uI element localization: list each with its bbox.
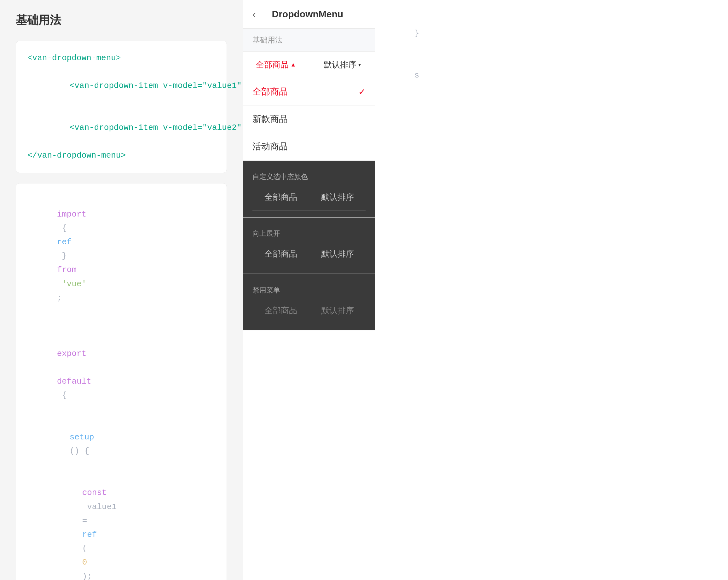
dark-dropdown-item-sort-3: 默认排序 — [309, 298, 366, 324]
dark-item-sort-label-2: 默认排序 — [321, 248, 354, 259]
dropdown-tab-default-sort-label: 默认排序 — [324, 59, 357, 70]
far-right-line-1: } — [385, 12, 719, 54]
dark-section-upward-label: 向上展开 — [253, 224, 366, 241]
list-item-activity-goods[interactable]: 活动商品 — [243, 133, 375, 160]
list-item-new-goods[interactable]: 新款商品 — [243, 106, 375, 133]
dark-dropdown-bar-upward: 全部商品 默认排序 — [253, 241, 366, 267]
left-panel: 基础用法 <van-dropdown-menu> <van-dropdown-i… — [0, 0, 243, 580]
list-item-all-goods-label: 全部商品 — [253, 86, 288, 98]
dark-section-custom-color: 自定义选中态颜色 全部商品 默认排序 — [243, 161, 375, 217]
dropdown-tab-all-goods-arrow: ▲ — [291, 61, 296, 68]
script-line-import: import { ref } from 'vue' ; — [27, 194, 215, 319]
dark-item-sort-label-3: 默认排序 — [321, 305, 354, 316]
phone-header: ‹ DropdownMenu — [243, 0, 375, 29]
phone-panel: ‹ DropdownMenu 基础用法 全部商品 ▲ 默认排序 ▾ 全部商品 ✓… — [243, 0, 375, 580]
script-line-blank1 — [27, 319, 215, 332]
dropdown-tab-default-sort[interactable]: 默认排序 ▾ — [309, 52, 375, 78]
dark-section-upward: 向上展开 全部商品 默认排序 — [243, 218, 375, 274]
code-line-2: <van-dropdown-item v-model="value1" :opt… — [27, 65, 215, 107]
script-line-setup: setup () { — [27, 417, 215, 472]
list-item-activity-goods-label: 活动商品 — [253, 141, 288, 153]
dark-item-sort-label-1: 默认排序 — [321, 192, 354, 203]
dark-section-custom-color-label: 自定义选中态颜色 — [253, 167, 366, 184]
dropdown-tab-all-goods-label: 全部商品 — [256, 59, 289, 70]
template-code-block: <van-dropdown-menu> <van-dropdown-item v… — [16, 41, 227, 173]
dark-section-disabled: 禁用菜单 全部商品 默认排序 — [243, 274, 375, 330]
list-item-all-goods[interactable]: 全部商品 ✓ — [243, 78, 375, 106]
script-line-value1: const value1 = ref ( 0 ); — [27, 472, 215, 580]
back-button[interactable]: ‹ — [253, 9, 256, 19]
phone-title: DropdownMenu — [262, 9, 353, 20]
script-code-block: import { ref } from 'vue' ; export defau… — [16, 183, 227, 580]
script-line-export: export default { — [27, 332, 215, 416]
dark-dropdown-bar-custom: 全部商品 默认排序 — [253, 184, 366, 210]
dropdown-tab-default-sort-arrow: ▾ — [358, 62, 361, 68]
dark-item-all-label-3: 全部商品 — [264, 305, 297, 316]
dropdown-bar: 全部商品 ▲ 默认排序 ▾ — [243, 52, 375, 78]
code-line-1: <van-dropdown-menu> — [27, 51, 215, 65]
page-title: 基础用法 — [16, 12, 227, 28]
dark-item-all-label-1: 全部商品 — [264, 192, 297, 203]
check-icon: ✓ — [358, 87, 366, 97]
code-line-4: </van-dropdown-menu> — [27, 149, 215, 162]
dropdown-list: 全部商品 ✓ 新款商品 活动商品 — [243, 78, 375, 161]
dark-dropdown-item-all-3: 全部商品 — [253, 298, 309, 324]
dark-dropdown-bar-disabled: 全部商品 默认排序 — [253, 298, 366, 324]
far-right-panel: } s — [375, 0, 728, 580]
dark-item-all-label-2: 全部商品 — [264, 248, 297, 259]
section-label: 基础用法 — [243, 29, 375, 52]
dropdown-tab-all-goods[interactable]: 全部商品 ▲ — [243, 52, 309, 78]
list-item-new-goods-label: 新款商品 — [253, 113, 288, 125]
dark-dropdown-item-all-2[interactable]: 全部商品 — [253, 241, 309, 267]
dark-dropdown-item-sort-1[interactable]: 默认排序 — [309, 184, 366, 210]
dark-dropdown-item-sort-2[interactable]: 默认排序 — [309, 241, 366, 267]
far-right-line-2: s — [385, 54, 719, 97]
dark-dropdown-item-all-1[interactable]: 全部商品 — [253, 184, 309, 210]
code-line-3: <van-dropdown-item v-model="value2" :opt… — [27, 107, 215, 149]
dark-section-disabled-label: 禁用菜单 — [253, 281, 366, 298]
